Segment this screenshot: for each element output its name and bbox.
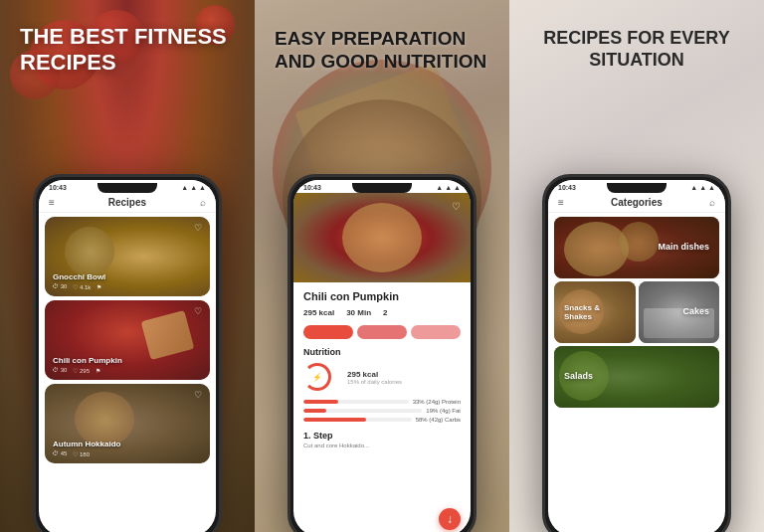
nutrition-title: Nutrition [303, 347, 461, 357]
status-icons-1: ▲ ▲ ▲ [181, 184, 206, 191]
fab-button[interactable]: ↓ [439, 508, 461, 530]
recipe-time-2: ⏱ 45 [53, 450, 67, 457]
fab-icon: ↓ [447, 512, 453, 526]
panel-categories: RECIPES FOR EVERY SITUATION 10:43 ▲ ▲ ▲ … [509, 0, 764, 532]
action-btn-1[interactable] [303, 325, 353, 339]
search-icon-1[interactable]: ⌕ [200, 197, 206, 208]
stat-time-value: 30 Min [346, 308, 371, 317]
recipe-heart-0[interactable]: ♡ [194, 223, 202, 233]
cat-card-cakes[interactable]: Cakes [639, 281, 720, 343]
cat-label-snacks: Snacks & Shakes [564, 302, 600, 321]
phone-notch-2 [352, 183, 412, 193]
panel-headline-2: EASY PREPARATION AND GOOD NUTRITION [275, 28, 489, 74]
phone-notch-3 [607, 183, 667, 193]
status-time-3: 10:43 [558, 184, 576, 191]
step-section: 1. Step Cut and core Hokkaido... [303, 431, 461, 448]
stat-time: 30 Min [346, 308, 371, 317]
recipe-meta-2: ⏱ 45 ♡ 180 [53, 450, 202, 457]
recipe-time-1: ⏱ 30 [53, 367, 67, 374]
phone-notch-1 [97, 183, 157, 193]
app-header-3: ≡ Categories ⌕ [548, 193, 725, 213]
app-title-3: Categories [611, 197, 663, 208]
phone-screen-3: 10:43 ▲ ▲ ▲ ≡ Categories ⌕ Main dishes [548, 180, 725, 532]
recipe-detail-body: Chili con Pumpkin 295 kcal 30 Min 2 [293, 282, 471, 532]
recipe-info-0: ⚑ [96, 283, 101, 290]
panel-nutrition: EASY PREPARATION AND GOOD NUTRITION 10:4… [255, 0, 509, 532]
recipe-info-1: ⚑ [96, 367, 100, 374]
phone-mockup-2: 10:43 ▲ ▲ ▲ ♡ Chili con Pumpkin 295 kcal… [287, 174, 477, 532]
cat-label-salads: Salads [564, 372, 593, 383]
action-buttons [303, 325, 461, 339]
nutr-label-protein: 33% (24g) Protein [413, 399, 461, 405]
recipe-title-2: Autumn Hokkaido [53, 440, 202, 448]
action-btn-3[interactable] [411, 325, 461, 339]
nutrition-kcal: 295 kcal [347, 370, 402, 379]
recipe-hero: ♡ [293, 193, 471, 282]
recipe-meta-0: ⏱ 30 ♡ 4.1k ⚑ [53, 283, 202, 290]
menu-icon-3[interactable]: ≡ [558, 197, 564, 208]
nutr-track-protein [303, 400, 409, 404]
status-time-2: 10:43 [303, 184, 321, 191]
recipe-detail-name: Chili con Pumpkin [303, 290, 461, 302]
search-icon-3[interactable]: ⌕ [709, 197, 715, 208]
phone-mockup-3: 10:43 ▲ ▲ ▲ ≡ Categories ⌕ Main dishes [542, 174, 731, 532]
nutr-track-fat [303, 409, 422, 413]
recipe-stats: 295 kcal 30 Min 2 [303, 308, 461, 317]
stat-kcal-value: 295 kcal [303, 308, 334, 317]
cat-label-cakes: Cakes [682, 307, 709, 318]
recipe-likes-1: ♡ 295 [73, 367, 90, 374]
recipe-hero-heart[interactable]: ♡ [452, 201, 461, 212]
nutrition-section: Nutrition ⚡ 295 kcal 15% of daily calori… [303, 347, 461, 423]
status-icons-3: ▲ ▲ ▲ [690, 184, 715, 191]
nutrition-sub: 15% of daily calories [347, 379, 402, 385]
cat-card-maindishes[interactable]: Main dishes [554, 217, 719, 278]
recipe-title-1: Chili con Pumpkin [53, 356, 202, 365]
cat-card-snacks[interactable]: Snacks & Shakes [554, 281, 636, 343]
stat-servings: 2 [383, 308, 387, 317]
nutr-bar-fat: 19% (4g) Fat [303, 408, 461, 414]
nutr-fill-carbs [303, 418, 366, 422]
cat-card-salads[interactable]: Salads [554, 346, 719, 408]
lightning-icon: ⚡ [312, 373, 322, 382]
app-title-1: Recipes [108, 197, 146, 208]
nutr-fill-fat [303, 409, 326, 413]
panel-fitness-recipes: THE BEST FITNESS RECIPES 10:43 ▲ ▲ ▲ ≡ R… [0, 0, 255, 532]
menu-icon-1[interactable]: ≡ [49, 197, 55, 208]
recipe-card-info-2: Autumn Hokkaido ⏱ 45 ♡ 180 [53, 440, 202, 457]
recipe-card-1[interactable]: ♡ Chili con Pumpkin ⏱ 30 ♡ 295 ⚑ [45, 300, 210, 380]
nutrition-bars: 33% (24g) Protein 19% (4g) Fat [303, 399, 461, 423]
step-title: 1. Step [303, 431, 461, 441]
recipe-meta-1: ⏱ 30 ♡ 295 ⚑ [53, 367, 202, 374]
phone-screen-2: 10:43 ▲ ▲ ▲ ♡ Chili con Pumpkin 295 kcal… [293, 180, 471, 532]
status-icons-2: ▲ ▲ ▲ [436, 184, 461, 191]
recipe-card-0[interactable]: ♡ Gnocchi Bowl ⏱ 30 ♡ 4.1k ⚑ [45, 217, 210, 296]
recipe-likes-0: ♡ 4.1k [73, 283, 91, 290]
recipe-heart-2[interactable]: ♡ [194, 390, 202, 400]
nutr-track-carbs [303, 418, 412, 422]
nutrition-circle: ⚡ [303, 363, 331, 391]
action-btn-2[interactable] [357, 325, 407, 339]
categories-grid: Main dishes Snacks & Shakes Ca [548, 213, 725, 412]
nutr-label-fat: 19% (4g) Fat [426, 408, 461, 414]
stat-servings-value: 2 [383, 308, 387, 317]
nutr-fill-protein [303, 400, 338, 404]
app-header-1: ≡ Recipes ⌕ [39, 193, 216, 213]
phone-mockup-1: 10:43 ▲ ▲ ▲ ≡ Recipes ⌕ ♡ Gnocchi Bow [33, 174, 222, 532]
nutr-bar-carbs: 58% (42g) Carbs [303, 417, 461, 423]
recipe-card-info-1: Chili con Pumpkin ⏱ 30 ♡ 295 ⚑ [53, 356, 202, 374]
panel-headline-1: THE BEST FITNESS RECIPES [20, 24, 235, 77]
step-text: Cut and core Hokkaido... [303, 443, 461, 448]
recipe-likes-2: ♡ 180 [73, 450, 90, 457]
recipe-heart-1[interactable]: ♡ [194, 306, 202, 316]
recipe-list: ♡ Gnocchi Bowl ⏱ 30 ♡ 4.1k ⚑ [39, 213, 216, 467]
nutr-bar-protein: 33% (24g) Protein [303, 399, 461, 405]
nutr-label-carbs: 58% (42g) Carbs [416, 417, 461, 423]
phone-screen-1: 10:43 ▲ ▲ ▲ ≡ Recipes ⌕ ♡ Gnocchi Bow [39, 180, 216, 532]
panel-headline-3: RECIPES FOR EVERY SITUATION [519, 28, 754, 71]
recipe-title-0: Gnocchi Bowl [53, 272, 202, 281]
recipe-time-0: ⏱ 30 [53, 283, 67, 290]
status-time-1: 10:43 [49, 184, 67, 191]
nutrition-info: 295 kcal 15% of daily calories [347, 370, 402, 385]
recipe-card-2[interactable]: ♡ Autumn Hokkaido ⏱ 45 ♡ 180 [45, 384, 210, 463]
nutrition-summary: ⚡ 295 kcal 15% of daily calories [303, 363, 461, 391]
